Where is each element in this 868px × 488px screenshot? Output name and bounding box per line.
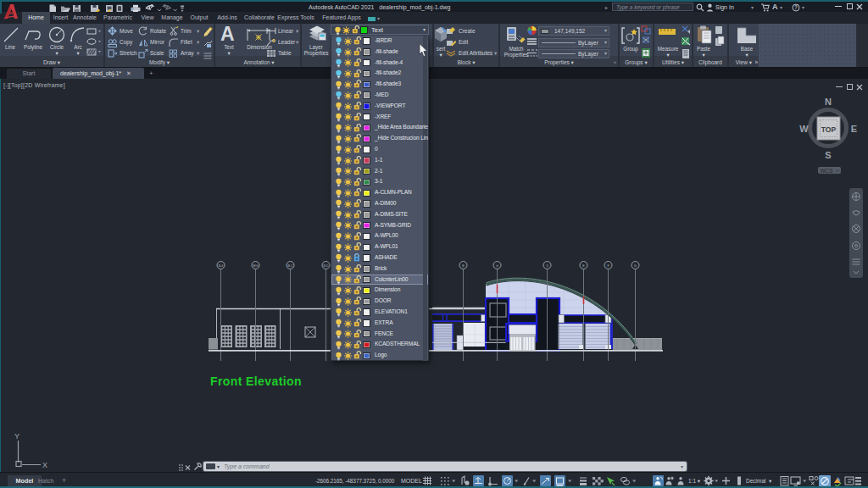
svg-text:3: 3 xyxy=(547,264,548,268)
svg-text:G: G xyxy=(634,264,637,268)
svg-text:Y: Y xyxy=(14,432,19,441)
svg-text:?: ? xyxy=(794,4,798,10)
svg-text:B-C: B-C xyxy=(287,264,293,268)
svg-text:B-D: B-D xyxy=(323,264,329,268)
svg-text:X: X xyxy=(42,461,47,469)
svg-text:B-4: B-4 xyxy=(219,264,224,268)
svg-text:d: d xyxy=(497,264,498,268)
svg-text:M-6: M-6 xyxy=(253,264,258,268)
